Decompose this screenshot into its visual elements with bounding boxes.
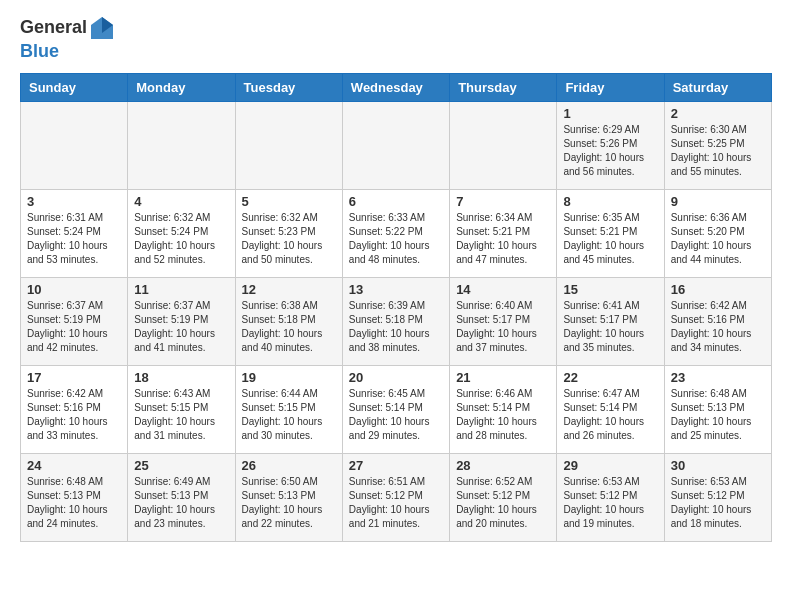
day-number: 23: [671, 370, 765, 385]
day-number: 18: [134, 370, 228, 385]
calendar-week-row: 10Sunrise: 6:37 AMSunset: 5:19 PMDayligh…: [21, 277, 772, 365]
table-row: 30Sunrise: 6:53 AMSunset: 5:12 PMDayligh…: [664, 453, 771, 541]
calendar-week-row: 3Sunrise: 6:31 AMSunset: 5:24 PMDaylight…: [21, 189, 772, 277]
table-row: 2Sunrise: 6:30 AMSunset: 5:25 PMDaylight…: [664, 101, 771, 189]
header-thursday: Thursday: [450, 73, 557, 101]
day-info: Sunrise: 6:34 AMSunset: 5:21 PMDaylight:…: [456, 211, 550, 267]
day-info: Sunrise: 6:31 AMSunset: 5:24 PMDaylight:…: [27, 211, 121, 267]
header-tuesday: Tuesday: [235, 73, 342, 101]
day-number: 24: [27, 458, 121, 473]
calendar-body: 1Sunrise: 6:29 AMSunset: 5:26 PMDaylight…: [21, 101, 772, 541]
day-info: Sunrise: 6:30 AMSunset: 5:25 PMDaylight:…: [671, 123, 765, 179]
day-info: Sunrise: 6:53 AMSunset: 5:12 PMDaylight:…: [563, 475, 657, 531]
header-monday: Monday: [128, 73, 235, 101]
day-info: Sunrise: 6:49 AMSunset: 5:13 PMDaylight:…: [134, 475, 228, 531]
day-info: Sunrise: 6:53 AMSunset: 5:12 PMDaylight:…: [671, 475, 765, 531]
day-number: 19: [242, 370, 336, 385]
day-info: Sunrise: 6:45 AMSunset: 5:14 PMDaylight:…: [349, 387, 443, 443]
table-row: 18Sunrise: 6:43 AMSunset: 5:15 PMDayligh…: [128, 365, 235, 453]
header-sunday: Sunday: [21, 73, 128, 101]
day-info: Sunrise: 6:32 AMSunset: 5:24 PMDaylight:…: [134, 211, 228, 267]
day-number: 3: [27, 194, 121, 209]
page-header: General Blue: [0, 0, 792, 73]
day-info: Sunrise: 6:50 AMSunset: 5:13 PMDaylight:…: [242, 475, 336, 531]
day-number: 21: [456, 370, 550, 385]
header-saturday: Saturday: [664, 73, 771, 101]
table-row: 22Sunrise: 6:47 AMSunset: 5:14 PMDayligh…: [557, 365, 664, 453]
day-number: 27: [349, 458, 443, 473]
table-row: 11Sunrise: 6:37 AMSunset: 5:19 PMDayligh…: [128, 277, 235, 365]
day-info: Sunrise: 6:37 AMSunset: 5:19 PMDaylight:…: [27, 299, 121, 355]
logo-icon: [89, 15, 115, 41]
day-number: 14: [456, 282, 550, 297]
calendar-week-row: 1Sunrise: 6:29 AMSunset: 5:26 PMDaylight…: [21, 101, 772, 189]
table-row: 12Sunrise: 6:38 AMSunset: 5:18 PMDayligh…: [235, 277, 342, 365]
day-info: Sunrise: 6:36 AMSunset: 5:20 PMDaylight:…: [671, 211, 765, 267]
table-row: [128, 101, 235, 189]
day-number: 26: [242, 458, 336, 473]
table-row: 4Sunrise: 6:32 AMSunset: 5:24 PMDaylight…: [128, 189, 235, 277]
day-info: Sunrise: 6:46 AMSunset: 5:14 PMDaylight:…: [456, 387, 550, 443]
header-wednesday: Wednesday: [342, 73, 449, 101]
day-info: Sunrise: 6:39 AMSunset: 5:18 PMDaylight:…: [349, 299, 443, 355]
day-number: 7: [456, 194, 550, 209]
table-row: 23Sunrise: 6:48 AMSunset: 5:13 PMDayligh…: [664, 365, 771, 453]
day-number: 8: [563, 194, 657, 209]
table-row: 1Sunrise: 6:29 AMSunset: 5:26 PMDaylight…: [557, 101, 664, 189]
table-row: [235, 101, 342, 189]
table-row: 19Sunrise: 6:44 AMSunset: 5:15 PMDayligh…: [235, 365, 342, 453]
table-row: 13Sunrise: 6:39 AMSunset: 5:18 PMDayligh…: [342, 277, 449, 365]
table-row: 3Sunrise: 6:31 AMSunset: 5:24 PMDaylight…: [21, 189, 128, 277]
table-row: 21Sunrise: 6:46 AMSunset: 5:14 PMDayligh…: [450, 365, 557, 453]
table-row: 15Sunrise: 6:41 AMSunset: 5:17 PMDayligh…: [557, 277, 664, 365]
day-info: Sunrise: 6:33 AMSunset: 5:22 PMDaylight:…: [349, 211, 443, 267]
day-number: 5: [242, 194, 336, 209]
calendar-table: Sunday Monday Tuesday Wednesday Thursday…: [20, 73, 772, 542]
table-row: 24Sunrise: 6:48 AMSunset: 5:13 PMDayligh…: [21, 453, 128, 541]
day-info: Sunrise: 6:42 AMSunset: 5:16 PMDaylight:…: [27, 387, 121, 443]
table-row: 8Sunrise: 6:35 AMSunset: 5:21 PMDaylight…: [557, 189, 664, 277]
logo-general: General: [20, 17, 87, 37]
table-row: 26Sunrise: 6:50 AMSunset: 5:13 PMDayligh…: [235, 453, 342, 541]
day-number: 25: [134, 458, 228, 473]
day-number: 9: [671, 194, 765, 209]
day-number: 20: [349, 370, 443, 385]
day-info: Sunrise: 6:51 AMSunset: 5:12 PMDaylight:…: [349, 475, 443, 531]
table-row: 17Sunrise: 6:42 AMSunset: 5:16 PMDayligh…: [21, 365, 128, 453]
calendar-week-row: 24Sunrise: 6:48 AMSunset: 5:13 PMDayligh…: [21, 453, 772, 541]
day-number: 22: [563, 370, 657, 385]
day-info: Sunrise: 6:43 AMSunset: 5:15 PMDaylight:…: [134, 387, 228, 443]
header-friday: Friday: [557, 73, 664, 101]
day-number: 30: [671, 458, 765, 473]
day-info: Sunrise: 6:37 AMSunset: 5:19 PMDaylight:…: [134, 299, 228, 355]
table-row: 9Sunrise: 6:36 AMSunset: 5:20 PMDaylight…: [664, 189, 771, 277]
logo: General Blue: [20, 15, 117, 63]
day-info: Sunrise: 6:44 AMSunset: 5:15 PMDaylight:…: [242, 387, 336, 443]
table-row: 20Sunrise: 6:45 AMSunset: 5:14 PMDayligh…: [342, 365, 449, 453]
table-row: 16Sunrise: 6:42 AMSunset: 5:16 PMDayligh…: [664, 277, 771, 365]
calendar-header-row: Sunday Monday Tuesday Wednesday Thursday…: [21, 73, 772, 101]
table-row: 14Sunrise: 6:40 AMSunset: 5:17 PMDayligh…: [450, 277, 557, 365]
table-row: [21, 101, 128, 189]
calendar-week-row: 17Sunrise: 6:42 AMSunset: 5:16 PMDayligh…: [21, 365, 772, 453]
table-row: 6Sunrise: 6:33 AMSunset: 5:22 PMDaylight…: [342, 189, 449, 277]
table-row: [342, 101, 449, 189]
day-info: Sunrise: 6:40 AMSunset: 5:17 PMDaylight:…: [456, 299, 550, 355]
day-info: Sunrise: 6:41 AMSunset: 5:17 PMDaylight:…: [563, 299, 657, 355]
day-info: Sunrise: 6:52 AMSunset: 5:12 PMDaylight:…: [456, 475, 550, 531]
day-number: 13: [349, 282, 443, 297]
day-info: Sunrise: 6:48 AMSunset: 5:13 PMDaylight:…: [27, 475, 121, 531]
logo-blue: Blue: [20, 41, 59, 61]
day-number: 17: [27, 370, 121, 385]
day-info: Sunrise: 6:35 AMSunset: 5:21 PMDaylight:…: [563, 211, 657, 267]
day-number: 12: [242, 282, 336, 297]
day-number: 11: [134, 282, 228, 297]
day-info: Sunrise: 6:47 AMSunset: 5:14 PMDaylight:…: [563, 387, 657, 443]
table-row: 25Sunrise: 6:49 AMSunset: 5:13 PMDayligh…: [128, 453, 235, 541]
calendar-wrapper: Sunday Monday Tuesday Wednesday Thursday…: [0, 73, 792, 552]
day-info: Sunrise: 6:48 AMSunset: 5:13 PMDaylight:…: [671, 387, 765, 443]
day-info: Sunrise: 6:32 AMSunset: 5:23 PMDaylight:…: [242, 211, 336, 267]
table-row: 10Sunrise: 6:37 AMSunset: 5:19 PMDayligh…: [21, 277, 128, 365]
table-row: 28Sunrise: 6:52 AMSunset: 5:12 PMDayligh…: [450, 453, 557, 541]
day-info: Sunrise: 6:38 AMSunset: 5:18 PMDaylight:…: [242, 299, 336, 355]
